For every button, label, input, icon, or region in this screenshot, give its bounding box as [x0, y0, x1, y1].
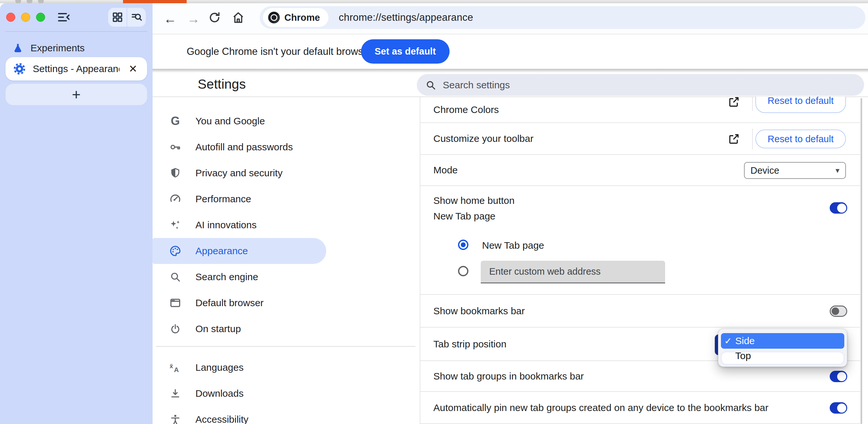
mode-select[interactable]: Device ▾ [744, 162, 846, 179]
show-tab-groups-toggle[interactable] [830, 371, 847, 382]
nav-item-accessibility[interactable]: Accessibility [153, 406, 420, 424]
window-close-button[interactable] [6, 13, 15, 22]
dropdown-option-side[interactable]: ✓ Side [721, 333, 844, 349]
control-separator [752, 128, 753, 149]
svg-text:x̄: x̄ [170, 363, 173, 369]
nav-item-search-engine[interactable]: Search engine [153, 264, 420, 290]
site-chip[interactable]: Chrome [263, 8, 329, 27]
chrome-window: Experiments Settings - Appearance ✕ + ← … [0, 0, 868, 424]
svg-text:A: A [174, 366, 179, 373]
auto-pin-tab-groups-toggle[interactable] [830, 402, 847, 414]
shield-icon [169, 166, 182, 180]
default-browser-banner: Google Chrome isn't your default browser… [153, 34, 868, 69]
tab-settings-appearance[interactable]: Settings - Appearance ✕ [5, 57, 147, 81]
power-icon [169, 323, 182, 335]
nav-item-autofill[interactable]: Autofill and passwords [153, 134, 420, 160]
reset-chrome-colors-button[interactable]: Reset to default [755, 97, 846, 113]
flask-icon [12, 42, 23, 54]
translate-icon: x̄A [169, 361, 182, 374]
dropdown-caret-icon: ▾ [836, 166, 839, 175]
row-show-home-button: Show home button New Tab page New Tab pa… [421, 186, 860, 295]
external-link-icon[interactable] [728, 133, 740, 145]
page-title: Settings [198, 77, 246, 92]
url-text: chrome://settings/appearance [339, 12, 473, 23]
plus-icon: + [72, 86, 81, 103]
banner-message: Google Chrome isn't your default browser [187, 34, 372, 69]
key-icon [169, 141, 182, 154]
chrome-mono-logo-icon [268, 12, 280, 23]
reload-button[interactable] [208, 11, 221, 24]
nav-item-appearance[interactable]: Appearance [153, 238, 326, 264]
dropdown-option-top[interactable]: Top [735, 350, 751, 361]
download-icon [169, 387, 182, 400]
settings-nav: G You and Google Autofill and passwords … [153, 97, 420, 424]
nav-item-performance[interactable]: Performance [153, 186, 420, 212]
external-link-icon[interactable] [728, 97, 740, 108]
search-tabs-button[interactable] [127, 8, 146, 27]
collapse-sidebar-button[interactable] [57, 11, 71, 24]
checkmark-icon: ✓ [721, 336, 735, 346]
home-button[interactable] [231, 10, 245, 25]
search-icon [425, 80, 436, 91]
experiments-label: Experiments [31, 42, 85, 54]
window-minimize-button[interactable] [21, 13, 30, 22]
home-button-labels: Show home button New Tab page [433, 195, 515, 222]
scrollbar-thumb[interactable] [861, 98, 862, 424]
grid-view-button[interactable] [108, 8, 127, 27]
magnifier-icon [169, 270, 182, 283]
nav-divider [156, 346, 415, 347]
row-show-bookmarks-bar: Show bookmarks bar [421, 295, 860, 328]
palette-icon [169, 244, 182, 258]
window-zoom-button[interactable] [36, 13, 45, 22]
nav-item-default-browser[interactable]: Default browser [153, 290, 420, 316]
set-as-default-button[interactable]: Set as default [361, 39, 450, 64]
nav-item-on-startup[interactable]: On startup [153, 316, 420, 342]
show-bookmarks-bar-toggle[interactable] [830, 305, 847, 317]
nav-item-you-and-google[interactable]: G You and Google [153, 108, 420, 134]
tab-strip-position-dropdown: ✓ Side Top [718, 329, 847, 367]
tab-title: Settings - Appearance [33, 63, 120, 74]
show-home-button-toggle[interactable] [830, 202, 847, 214]
nav-item-ai-innovations[interactable]: AI innovations [153, 212, 420, 238]
sidebar-view-switcher [108, 8, 146, 27]
forward-button[interactable]: → [187, 9, 200, 29]
gear-icon [13, 63, 26, 75]
back-button[interactable]: ← [164, 9, 177, 29]
custom-address-radio[interactable] [458, 266, 468, 276]
google-g-icon: G [169, 115, 182, 128]
banner-shadow [153, 69, 868, 73]
accessibility-person-icon [169, 413, 182, 424]
control-separator [752, 97, 753, 111]
grid-icon [112, 11, 123, 23]
sparkle-icon [169, 218, 182, 232]
custom-web-address-input[interactable] [481, 261, 665, 283]
row-chrome-colors: Chrome Colors Reset to default [421, 97, 860, 123]
close-tab-icon[interactable]: ✕ [127, 63, 139, 75]
row-customize-toolbar: Customize your toolbar Reset to default [421, 123, 860, 155]
site-chip-label: Chrome [284, 12, 320, 23]
new-tab-page-radio[interactable] [458, 240, 468, 250]
speedometer-icon [169, 192, 182, 206]
row-mode: Mode Device ▾ [421, 155, 860, 186]
search-settings-input[interactable] [442, 79, 856, 91]
reset-toolbar-button[interactable]: Reset to default [755, 129, 846, 148]
nav-item-privacy[interactable]: Privacy and security [153, 160, 420, 186]
row-auto-pin-tab-groups: Automatically pin new tab groups created… [421, 392, 860, 424]
sidebar-divider [5, 31, 147, 32]
browser-window-icon [169, 296, 182, 309]
appearance-settings-panel: Chrome Colors Reset to default Customize… [421, 97, 860, 424]
settings-search[interactable] [417, 74, 864, 96]
list-search-icon [131, 11, 143, 23]
nav-item-languages[interactable]: x̄A Languages [153, 355, 420, 381]
collapse-sidebar-icon [57, 11, 71, 24]
sidebar-item-experiments[interactable]: Experiments [5, 40, 147, 57]
address-bar[interactable]: Chrome chrome://settings/appearance [260, 6, 865, 29]
new-tab-button[interactable]: + [5, 84, 147, 105]
background-window-sliver [123, 0, 187, 3]
nav-item-downloads[interactable]: Downloads [153, 381, 420, 406]
